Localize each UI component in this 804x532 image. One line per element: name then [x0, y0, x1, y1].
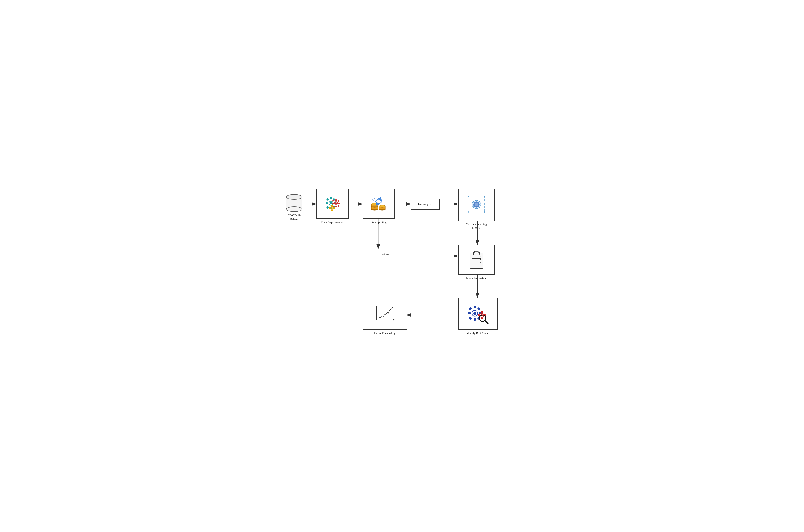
future-forecasting-label: Future Forecasting: [374, 331, 396, 335]
svg-point-57: [484, 196, 485, 197]
svg-point-5: [330, 202, 332, 204]
svg-rect-6: [330, 197, 332, 199]
ml-models-label: Machine Learning Models: [466, 223, 487, 230]
svg-rect-81: [481, 311, 482, 313]
data-splitting-box: ↺: [363, 189, 395, 219]
training-set-label: Training Set: [418, 203, 433, 206]
identify-best-model-node: Identify Best Model: [458, 298, 498, 335]
future-forecasting-box: [363, 298, 407, 330]
data-splitting-label: Data Splitting: [370, 221, 386, 224]
test-set-node: Test Set: [362, 249, 407, 260]
svg-point-3: [286, 194, 302, 200]
data-preprocessing-box: [316, 189, 349, 219]
training-set-box: Training Set: [410, 198, 440, 210]
ml-models-box: [458, 189, 495, 221]
svg-marker-90: [393, 319, 395, 321]
svg-rect-72: [474, 318, 476, 321]
svg-rect-73: [468, 312, 471, 314]
ml-models-icon: [465, 195, 488, 215]
ml-models-node: Machine Learning Models: [458, 189, 495, 230]
model-evaluation-label: Model Evaluation: [466, 277, 487, 280]
svg-point-58: [468, 211, 469, 213]
svg-marker-89: [376, 306, 378, 308]
svg-text:✗: ✗: [479, 259, 481, 261]
svg-point-15: [335, 203, 337, 204]
svg-point-2: [286, 207, 302, 212]
svg-rect-10: [326, 198, 329, 201]
svg-rect-8: [326, 203, 328, 204]
data-preprocessing-label: Data Preprocessing: [321, 221, 343, 224]
svg-rect-71: [474, 306, 476, 308]
svg-rect-29: [334, 207, 335, 209]
covid-dataset-label: COVID-19 Dataset: [288, 214, 300, 221]
svg-rect-82: [481, 317, 482, 319]
model-evaluation-node: ✓ ✗ ✓ Model Evaluation: [458, 245, 495, 280]
svg-rect-62: [474, 251, 478, 253]
svg-rect-43: [475, 203, 478, 206]
svg-text:✓: ✓: [479, 261, 481, 264]
svg-rect-23: [337, 205, 340, 207]
svg-rect-18: [332, 203, 334, 204]
data-splitting-node: ↺ Data Splitti: [362, 189, 395, 224]
svg-rect-83: [478, 314, 480, 316]
clipboard-icon: ✓ ✗ ✓: [468, 251, 485, 269]
future-forecasting-node: Future Forecasting: [362, 298, 407, 335]
svg-rect-27: [331, 210, 333, 211]
cylinder-icon: [286, 193, 302, 212]
data-preprocessing-node: Data Preprocessing: [316, 189, 349, 224]
data-splitting-icon: ↺: [369, 195, 388, 212]
svg-point-25: [331, 207, 333, 209]
svg-point-35: [371, 203, 378, 205]
svg-rect-28: [329, 207, 330, 209]
model-evaluation-box: ✓ ✗ ✓: [458, 245, 495, 275]
svg-rect-17: [335, 206, 336, 207]
svg-rect-75: [469, 307, 472, 310]
covid-dataset-node: COVID-19 Dataset: [284, 193, 304, 221]
test-set-label: Test Set: [380, 253, 390, 256]
identify-best-model-label: Identify Best Model: [467, 331, 490, 335]
test-set-box: Test Set: [363, 249, 407, 260]
identify-best-model-box: [458, 298, 498, 330]
svg-rect-12: [326, 206, 329, 209]
diagram-container: COVID-19 Dataset: [280, 185, 524, 347]
svg-rect-19: [338, 203, 340, 204]
future-forecasting-icon: [373, 305, 396, 323]
svg-point-38: [379, 205, 385, 207]
svg-rect-16: [335, 199, 336, 201]
svg-text:✓: ✓: [479, 255, 481, 259]
svg-rect-26: [331, 205, 333, 206]
identify-best-model-icon: [467, 304, 489, 324]
svg-point-70: [473, 312, 476, 315]
svg-rect-21: [337, 200, 340, 202]
svg-point-59: [484, 211, 485, 213]
gears-icon: [323, 196, 342, 212]
svg-rect-76: [477, 307, 480, 310]
svg-rect-77: [469, 317, 472, 320]
training-set-node: Training Set: [410, 198, 440, 210]
svg-text:↺: ↺: [372, 197, 376, 202]
svg-point-56: [468, 196, 469, 197]
svg-line-86: [485, 321, 488, 324]
